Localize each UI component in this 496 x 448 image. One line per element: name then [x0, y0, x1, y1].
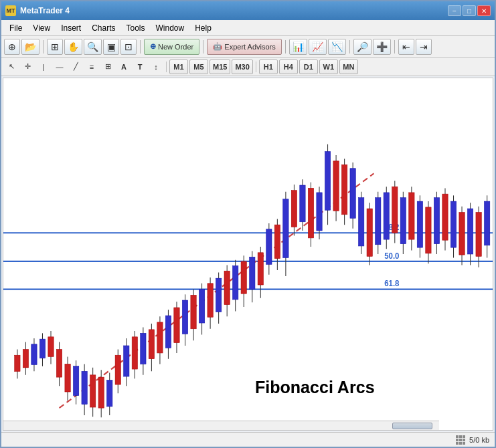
draw-arrow[interactable]: ↕	[149, 60, 163, 74]
draw-text-A[interactable]: A	[116, 60, 131, 74]
menu-view[interactable]: View	[27, 22, 56, 34]
svg-rect-115	[459, 213, 465, 255]
svg-rect-49	[182, 300, 187, 334]
toolbar-zoom-in2[interactable]: ➕	[373, 39, 391, 55]
svg-text:61.8: 61.8	[384, 279, 400, 288]
svg-rect-59	[224, 271, 230, 304]
svg-rect-31	[107, 380, 112, 406]
timeframe-W1[interactable]: W1	[319, 60, 338, 74]
toolbar-hand[interactable]: ✋	[64, 39, 82, 55]
toolbar-props[interactable]: ▣	[103, 39, 119, 55]
draw-hline[interactable]: —	[52, 60, 67, 74]
timeframe-M5[interactable]: M5	[189, 60, 208, 74]
svg-rect-77	[300, 185, 305, 222]
main-window: MT MetaTrader 4 − □ ✕ File View Insert C…	[0, 0, 496, 448]
svg-rect-109	[434, 198, 439, 244]
menu-insert[interactable]: Insert	[56, 22, 86, 34]
svg-rect-93	[367, 209, 372, 256]
svg-rect-37	[132, 337, 137, 369]
timeframe-M30[interactable]: M30	[232, 60, 252, 74]
svg-rect-55	[208, 284, 213, 317]
svg-rect-45	[165, 316, 171, 348]
svg-rect-101	[400, 198, 406, 244]
timeframe-M15[interactable]: M15	[210, 60, 230, 74]
toolbar-chart-line[interactable]: 📉	[328, 39, 346, 55]
svg-rect-87	[341, 164, 347, 215]
toolbar-sep5	[349, 40, 350, 53]
svg-rect-81	[317, 193, 322, 231]
status-bar: 5/0 kb	[1, 432, 495, 447]
svg-rect-65	[250, 257, 255, 289]
svg-rect-73	[283, 199, 288, 258]
draw-vertical[interactable]: |	[36, 60, 51, 74]
svg-rect-47	[174, 308, 179, 343]
svg-rect-27	[90, 375, 95, 407]
svg-rect-97	[384, 193, 389, 239]
toolbar-crosshair[interactable]: ⊞	[47, 39, 63, 55]
svg-rect-103	[409, 193, 414, 239]
timeframe-D1[interactable]: D1	[299, 60, 318, 74]
svg-rect-67	[258, 253, 263, 285]
toolbar-sep6	[394, 40, 395, 53]
menu-help[interactable]: Help	[189, 22, 217, 34]
close-button[interactable]: ✕	[477, 5, 491, 16]
chart-area[interactable]: 38.2 50.0 61.8	[3, 78, 493, 431]
timeframe-H1[interactable]: H1	[259, 60, 278, 74]
svg-rect-121	[484, 201, 489, 245]
svg-rect-79	[308, 188, 313, 238]
draw-crosshair[interactable]: ✛	[20, 60, 35, 74]
toolbar-chart-candle[interactable]: 📈	[309, 39, 327, 55]
chart-scrollbar[interactable]	[3, 421, 439, 430]
draw-text-T[interactable]: T	[133, 60, 147, 74]
svg-rect-91	[358, 198, 363, 246]
svg-rect-99	[392, 187, 398, 233]
main-toolbar: ⊕ 📂 ⊞ ✋ 🔍 ▣ ⊡ ⊕ New Order 🤖 Expert Advis…	[1, 36, 495, 58]
toolbar-period[interactable]: ⊡	[120, 39, 137, 55]
menu-window[interactable]: Window	[151, 22, 190, 34]
svg-rect-15	[39, 339, 45, 358]
draw-channel[interactable]: ≡	[84, 60, 99, 74]
timeframe-MN[interactable]: MN	[339, 60, 358, 74]
menu-file[interactable]: File	[4, 22, 27, 34]
svg-rect-83	[325, 152, 330, 211]
toolbar-right[interactable]: ⇥	[416, 39, 432, 55]
svg-rect-113	[450, 201, 456, 247]
svg-rect-13	[31, 344, 37, 365]
svg-rect-61	[233, 266, 238, 300]
tf-sep2	[256, 62, 256, 72]
draw-cycle[interactable]: ⊞	[100, 60, 115, 74]
svg-rect-21	[65, 364, 70, 392]
svg-rect-57	[216, 278, 221, 312]
menu-tools[interactable]: Tools	[121, 22, 151, 34]
svg-rect-89	[350, 169, 355, 219]
timeframe-M1[interactable]: M1	[169, 60, 188, 74]
svg-rect-75	[291, 191, 297, 227]
draw-cursor[interactable]: ↖	[4, 60, 19, 74]
toolbar-new[interactable]: ⊕	[4, 39, 20, 55]
expert-advisors-button[interactable]: 🤖 Expert Advisors	[207, 39, 281, 55]
svg-rect-63	[241, 261, 246, 294]
svg-rect-29	[98, 377, 104, 408]
svg-rect-51	[191, 295, 196, 328]
svg-rect-119	[476, 213, 481, 257]
toolbar-sep1	[43, 40, 44, 53]
maximize-button[interactable]: □	[463, 5, 476, 16]
timeframe-H4[interactable]: H4	[279, 60, 298, 74]
scrollbar-thumb[interactable]	[392, 423, 432, 429]
svg-rect-53	[199, 290, 204, 323]
toolbar-left[interactable]: ⇤	[398, 39, 414, 55]
menu-charts[interactable]: Charts	[86, 22, 120, 34]
draw-line[interactable]: ╱	[68, 60, 83, 74]
toolbar-chart-bar[interactable]: 📊	[289, 39, 307, 55]
toolbar-sep4	[285, 40, 286, 53]
toolbar-zoom-out[interactable]: 🔎	[353, 39, 371, 55]
window-controls: − □ ✕	[448, 5, 491, 16]
minimize-button[interactable]: −	[448, 5, 461, 16]
new-order-button[interactable]: ⊕ New Order	[144, 39, 199, 55]
svg-rect-95	[376, 198, 381, 245]
svg-rect-19	[56, 349, 62, 377]
toolbar-open[interactable]: 📂	[21, 39, 39, 55]
status-right: 5/0 kb	[456, 435, 489, 445]
svg-rect-41	[149, 330, 154, 359]
toolbar-zoom-in[interactable]: 🔍	[84, 39, 102, 55]
